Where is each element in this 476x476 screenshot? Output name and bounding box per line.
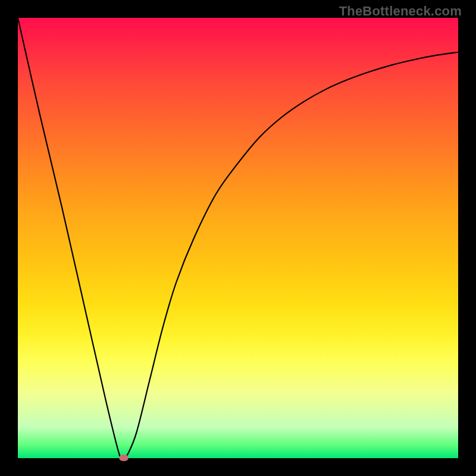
minimum-marker bbox=[119, 455, 129, 461]
watermark-text: TheBottleneck.com bbox=[339, 4, 462, 19]
bottleneck-curve bbox=[18, 18, 458, 458]
chart-frame: TheBottleneck.com bbox=[0, 0, 476, 476]
plot-area bbox=[18, 18, 458, 458]
